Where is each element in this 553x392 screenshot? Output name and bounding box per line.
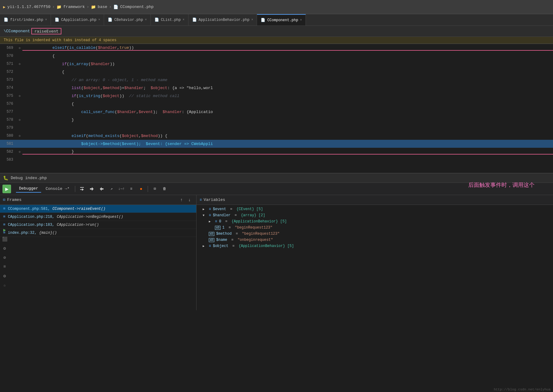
tab-debugger[interactable]: Debugger	[16, 185, 41, 193]
frame-icon: ≡	[3, 214, 6, 219]
side-icon-list[interactable]: ≡	[1, 263, 8, 270]
line-content: call_user_func($handler,$event); $handle…	[22, 110, 553, 114]
titlebar: ▶ yii-1.1.17.467ff50 › 📁 framework › 📁 b…	[0, 0, 553, 14]
code-line-575: 575◇ if(is_string($object)) // static me…	[0, 92, 553, 100]
run-button[interactable]: ▶	[2, 185, 11, 193]
side-icon-cancel[interactable]: ⊘	[1, 254, 8, 261]
line-gutter: ◇	[17, 46, 22, 50]
var-name: $handler	[213, 213, 231, 218]
var-val: "onbeginrequest"	[238, 238, 273, 242]
svg-marker-3	[100, 187, 103, 191]
var-item-v3[interactable]: ▶ ≡ 0 = {ApplicationBehavior} [5]	[197, 218, 553, 225]
code-line-582: 582◇ }	[0, 148, 553, 156]
toolbar-btn-step-out[interactable]	[97, 185, 106, 193]
line-number: 581	[0, 142, 17, 146]
tab-tab4[interactable]: 📄CList.php×	[151, 14, 189, 25]
expand-icon: ▶	[203, 207, 207, 211]
var-item-v5[interactable]: ab $method = "beginRequest123"	[197, 231, 553, 237]
code-line-581: 581 $object->$method($event); $event: {s…	[0, 140, 553, 148]
toolbar-btn-run-cursor[interactable]: ↗	[107, 185, 116, 193]
frames-nav: ↑ ↓	[178, 196, 193, 204]
frames-list: ≡ CComponent.php:581, CComponent->raiseE…	[0, 205, 196, 310]
line-gutter: ◇	[17, 62, 22, 66]
tab-tab5[interactable]: 📄ApplicationBehavior.php×	[189, 14, 257, 25]
code-line-574: 574 list($object,$method)=$handler; $obj…	[0, 84, 553, 92]
line-number: 576	[0, 102, 17, 106]
toolbar-btn-breakpoints[interactable]: ●	[137, 185, 145, 193]
var-val: "beginRequest123"	[235, 225, 272, 230]
tab-label: first/index.php	[10, 18, 43, 22]
var-eq: =	[226, 225, 233, 230]
tab-tab6[interactable]: 📄CComponent.php×	[257, 14, 306, 25]
frame-file: CApplication.php:218,	[8, 215, 54, 219]
line-gutter: ◇	[17, 134, 22, 138]
line-content: elseif(method_exists($object,$method)) {	[22, 134, 553, 138]
toolbar-btn-step-over[interactable]	[78, 185, 86, 193]
var-item-v7[interactable]: ▶ ≡ $object = {ApplicationBehavior} [5]	[197, 243, 553, 249]
side-icon-star[interactable]: ☆	[1, 281, 8, 289]
toolbar-btn-frames[interactable]: ≡	[127, 185, 135, 193]
frame-item-f3[interactable]: ≡ CApplication.php:183, CApplication->ru…	[0, 221, 196, 229]
debug-content: ⊡ Frames ↑ ↓ ≡ CComponent.php:581, CComp…	[0, 195, 553, 310]
titlebar-sep2: ›	[87, 5, 89, 9]
frame-item-f4[interactable]: ≡ index.php:32, {main}()	[0, 229, 196, 237]
code-line-577: 577 call_user_func($handler,$event); $ha…	[0, 108, 553, 116]
frame-file: CComponent.php:581,	[8, 207, 50, 211]
side-icon-options[interactable]: ⚙	[1, 272, 8, 280]
var-item-v1[interactable]: ▶ ≡ $event = {CEvent} [5]	[197, 206, 553, 212]
expand-icon: ▶	[203, 244, 207, 248]
tab-close[interactable]: ×	[251, 18, 253, 22]
var-item-v4[interactable]: ab 1 = "beginRequest123"	[197, 225, 553, 231]
frame-item-f1[interactable]: ≡ CComponent.php:581, CComponent->raiseE…	[0, 205, 196, 213]
tab-close[interactable]: ×	[300, 18, 302, 22]
tab-console[interactable]: Console →*	[42, 185, 72, 192]
tab-close[interactable]: ×	[183, 18, 185, 22]
toolbar-btn-step-into[interactable]	[88, 185, 96, 193]
tab-label: CComponent.php	[267, 18, 298, 22]
info-bar: This file is indented with tabs instead …	[0, 37, 553, 44]
tab-close[interactable]: ×	[145, 18, 147, 22]
tab-tab2[interactable]: 📄CApplication.php×	[51, 14, 104, 25]
code-line-579: 579	[0, 124, 553, 132]
line-number: 571	[0, 62, 17, 66]
var-eq: =	[223, 219, 230, 224]
tab-close[interactable]: ×	[45, 18, 47, 22]
breadcrumb-class: \CComponent	[4, 29, 30, 33]
titlebar-file: CComponent.php	[120, 5, 154, 9]
tab-tab1[interactable]: 📄first/index.php×	[0, 14, 51, 25]
toolbar-btn-settings[interactable]: ⊟	[150, 185, 159, 193]
line-content: }	[22, 149, 553, 155]
var-item-v6[interactable]: ab $name = "onbeginrequest"	[197, 237, 553, 243]
frame-method: CApplication->run()	[57, 223, 99, 227]
frames-nav-up[interactable]: ↑	[178, 196, 185, 204]
app-label: yii-1.1.17.467ff50	[7, 5, 50, 9]
toolbar-btn-clear[interactable]: 🗑	[160, 185, 169, 193]
var-name: $method	[216, 232, 232, 236]
line-content: elseif(is_callable($handler,true))	[22, 45, 553, 51]
tab-close[interactable]: ×	[98, 18, 100, 22]
line-gutter: ◇	[17, 118, 22, 122]
svg-marker-2	[90, 187, 94, 191]
toolbar-btn-eval[interactable]: ↓→↑	[117, 185, 126, 193]
side-icon-settings[interactable]: ⚙	[1, 245, 8, 252]
var-item-v2[interactable]: ▼ ≡ $handler = {array} [2]	[197, 212, 553, 218]
line-number: 577	[0, 110, 17, 114]
frames-nav-down[interactable]: ↓	[186, 196, 193, 204]
tab-label: CBehavior.php	[114, 18, 143, 22]
code-line-580: 580◇ elseif(method_exists($object,$metho…	[0, 132, 553, 140]
breadcrumb-bar: \CComponent raiseEvent	[0, 26, 553, 37]
debugger-tab-label: Debugger	[19, 186, 38, 191]
line-number: 582	[0, 150, 17, 154]
watermark: http://blog.csdn.net/enlyhua	[494, 388, 551, 391]
breadcrumb-method[interactable]: raiseEvent	[31, 28, 61, 34]
frame-icon: ≡	[3, 206, 6, 211]
frame-item-f2[interactable]: ≡ CApplication.php:218, CApplication->on…	[0, 213, 196, 221]
side-icon-stop[interactable]: ⬛	[1, 235, 8, 243]
frame-method: CComponent->raiseEvent()	[53, 207, 106, 211]
side-icon-run[interactable]: ▶	[1, 226, 8, 233]
tab-label: ApplicationBehavior.php	[199, 18, 250, 22]
var-eq: =	[232, 213, 239, 218]
tab-tab3[interactable]: 📄CBehavior.php×	[104, 14, 151, 25]
line-number: 570	[0, 54, 17, 58]
var-eq: =	[228, 207, 235, 211]
